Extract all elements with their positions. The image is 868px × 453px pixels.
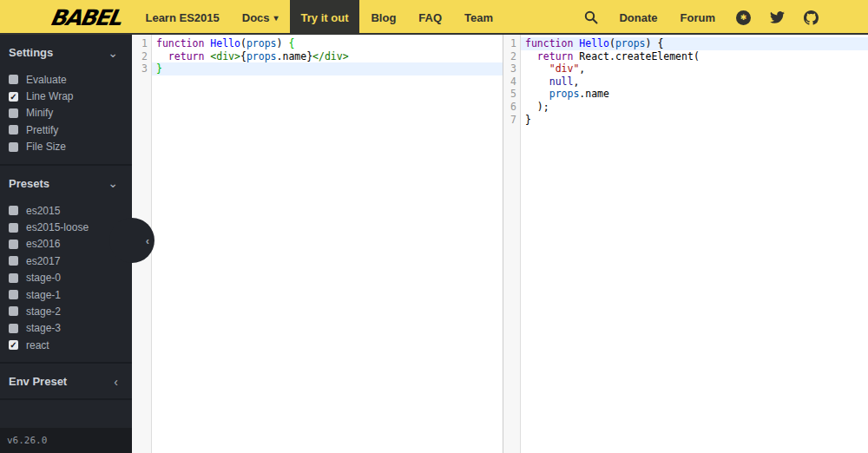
line-number: 5 [503, 88, 520, 101]
code-line[interactable]: function Hello(props) { [521, 37, 868, 50]
checkbox-line-wrap[interactable]: ✓ [9, 92, 18, 102]
donate-link[interactable]: Donate [608, 11, 668, 24]
sidebar-item-stage-1[interactable]: stage-1 [0, 286, 132, 303]
code-line[interactable]: props.name [525, 88, 868, 101]
checkbox-es2017[interactable] [9, 256, 18, 266]
code-token: </div> [312, 50, 349, 62]
nav-item-label: FAQ [418, 11, 442, 24]
chevron-left-icon: ‹ [146, 234, 149, 247]
code-line[interactable]: } [152, 62, 503, 76]
checkbox-label: es2016 [26, 238, 60, 250]
search-icon[interactable] [575, 10, 608, 24]
sidebar-item-file-size[interactable]: File Size [0, 139, 132, 155]
section-items: Evaluate✓Line WrapMinifyPrettifyFile Siz… [0, 69, 132, 164]
line-number: 2 [132, 50, 151, 63]
section-header-presets[interactable]: Presets⌄ [0, 166, 132, 200]
sidebar-item-es2017[interactable]: es2017 [0, 253, 132, 269]
code-token: ) [277, 37, 289, 49]
nav-item-blog[interactable]: Blog [359, 0, 407, 35]
checkbox-es2015[interactable] [9, 206, 18, 215]
navbar-right: Donate Forum ✱ [575, 0, 868, 35]
checkbox-stage-0[interactable] [9, 273, 18, 283]
checkbox-stage-2[interactable] [9, 306, 18, 316]
code-token: function [525, 37, 573, 49]
opencollective-icon[interactable]: ✱ [727, 10, 760, 25]
code-token: } [156, 62, 162, 75]
checkbox-evaluate[interactable] [9, 75, 18, 84]
sidebar-item-stage-0[interactable]: stage-0 [0, 270, 132, 286]
sidebar-item-prettify[interactable]: Prettify [0, 121, 132, 138]
section-header-env-preset[interactable]: Env Preset‹ [0, 364, 132, 398]
nav-item-label: Team [464, 11, 493, 24]
checkbox-label: Evaluate [26, 74, 67, 86]
checkbox-label: Line Wrap [26, 90, 73, 102]
input-editor-code[interactable]: function Hello(props) { return <div>{pro… [152, 35, 503, 453]
twitter-icon[interactable] [760, 11, 794, 23]
caret-down-icon: ▾ [274, 13, 279, 23]
sidebar-item-line-wrap[interactable]: ✓Line Wrap [0, 88, 132, 104]
output-editor-code[interactable]: function Hello(props) { return React.cre… [521, 35, 868, 453]
line-number: 1 [132, 37, 151, 50]
sidebar-item-minify[interactable]: Minify [0, 105, 132, 121]
github-icon[interactable] [794, 10, 828, 25]
code-token [525, 88, 549, 100]
section-env-preset: Env Preset‹ [0, 364, 132, 400]
section-title: Env Preset [9, 375, 67, 388]
nav-item-learn-es2015[interactable]: Learn ES2015 [134, 0, 230, 35]
line-number: 4 [503, 76, 520, 89]
sidebar-item-es2015[interactable]: es2015 [0, 202, 132, 219]
checkbox-label: Prettify [26, 124, 58, 136]
code-token: { [657, 37, 663, 49]
nav-item-docs[interactable]: Docs▾ [231, 0, 290, 35]
line-number: 2 [503, 50, 520, 63]
code-token: "div" [549, 62, 580, 75]
checkbox-stage-3[interactable] [9, 324, 18, 333]
forum-link[interactable]: Forum [669, 11, 727, 24]
section-header-settings[interactable]: Settings⌄ [0, 35, 132, 69]
input-editor[interactable]: 123 function Hello(props) { return <div>… [132, 35, 503, 453]
code-token: React.createElement( [579, 50, 699, 62]
navbar: BABEL Learn ES2015Docs▾Try it outBlogFAQ… [0, 0, 868, 35]
nav-item-try-it-out[interactable]: Try it out [290, 0, 360, 35]
chevron-left-icon: ‹ [114, 378, 118, 386]
code-line[interactable]: return <div>{props.name}</div> [156, 50, 503, 63]
checkbox-es2015-loose[interactable] [9, 223, 18, 233]
editors: 123 function Hello(props) { return <div>… [132, 35, 868, 453]
sidebar-item-react[interactable]: ✓react [0, 337, 132, 353]
sidebar-item-stage-3[interactable]: stage-3 [0, 320, 132, 337]
sidebar-item-stage-2[interactable]: stage-2 [0, 303, 132, 319]
checkbox-minify[interactable] [9, 108, 18, 118]
code-line[interactable]: "div", [525, 62, 868, 76]
output-editor[interactable]: 1234567 function Hello(props) { return R… [503, 35, 868, 453]
checkbox-label: stage-1 [26, 289, 61, 301]
checkbox-stage-1[interactable] [9, 290, 18, 299]
code-line[interactable]: return React.createElement( [525, 50, 868, 63]
code-token: , [573, 76, 579, 88]
sidebar-item-evaluate[interactable]: Evaluate [0, 71, 132, 88]
code-token: props [247, 50, 277, 62]
nav-item-label: Docs [242, 11, 270, 24]
checkbox-label: Minify [26, 107, 53, 119]
checkbox-react[interactable]: ✓ [9, 340, 18, 350]
line-number: 1 [503, 37, 520, 50]
nav-item-label: Blog [371, 11, 396, 24]
code-line[interactable]: function Hello(props) { [156, 37, 503, 50]
sidebar-sections: Settings⌄Evaluate✓Line WrapMinifyPrettif… [0, 35, 132, 400]
code-line[interactable]: null, [525, 76, 868, 89]
nav-item-faq[interactable]: FAQ [407, 0, 453, 35]
checkbox-prettify[interactable] [9, 125, 18, 135]
code-line[interactable]: ); [525, 101, 868, 114]
section-presets: Presets⌄es2015es2015-loosees2016es2017st… [0, 166, 132, 364]
checkbox-label: stage-2 [26, 305, 61, 318]
sidebar-collapse-handle[interactable]: ‹ [109, 218, 155, 263]
checkbox-label: es2015 [26, 205, 60, 217]
nav-item-team[interactable]: Team [453, 0, 504, 35]
section-title: Settings [9, 46, 53, 59]
chevron-down-icon: ⌄ [108, 49, 118, 57]
checkbox-file-size[interactable] [9, 142, 18, 152]
code-line[interactable]: } [525, 114, 868, 127]
nav-item-label: Try it out [301, 11, 349, 24]
line-number: 3 [132, 62, 151, 76]
checkbox-es2016[interactable] [9, 240, 18, 249]
babel-logo[interactable]: BABEL [48, 5, 122, 30]
